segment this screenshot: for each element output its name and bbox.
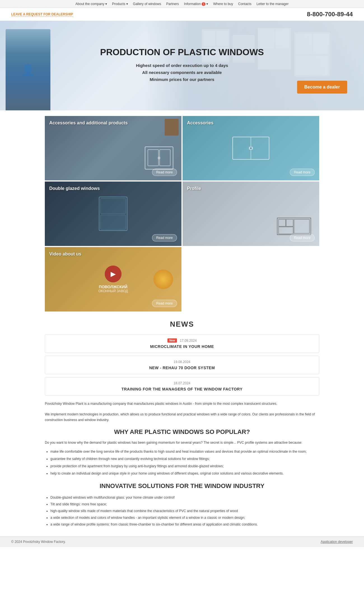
product-title-accessories-additional: Accessories and additional products [49, 120, 128, 125]
product-card-accessories[interactable]: Accessories Read more [183, 116, 319, 180]
hero-bullets: Highest speed of order execution up to 4… [136, 63, 228, 84]
site-header: LEAVE A REQUEST FOR DEALERSHIP 8-800-700… [0, 8, 364, 21]
read-more-profile[interactable]: Read more [290, 234, 315, 241]
why-section-title: WHY ARE PLASTIC WINDOWS SO POPULAR? [45, 428, 319, 436]
news-meta-3: 18.07.2024 [174, 381, 190, 385]
info-badge: 1 [202, 2, 206, 6]
hero-title: PRODUCTION OF PLASTIC WINDOWS [100, 47, 264, 57]
read-more-accessories[interactable]: Read more [290, 169, 315, 176]
footer-copyright: © 2024 Povolzhsky Window Factory. [11, 540, 66, 544]
read-more-video[interactable]: Read more [152, 300, 177, 307]
read-more-accessories-additional[interactable]: Read more [152, 169, 177, 176]
top-navigation: About the company ▾ Products ▾ Gallery o… [0, 0, 364, 8]
new-badge: New [167, 338, 177, 343]
nav-partners[interactable]: Partners [166, 2, 179, 6]
nav-contacts[interactable]: Contacts [238, 2, 251, 6]
news-title-2: NEW - REHAU 70 DOOR SYSTEM [149, 366, 215, 370]
news-title-1: MICROCLIMATE IN YOUR HOME [150, 344, 214, 349]
product-card-profile[interactable]: Profile Read more [183, 182, 319, 246]
svg-rect-26 [294, 219, 309, 233]
innovative-list: Double-glazed windows with multifunction… [45, 494, 319, 528]
innovative-item-2: Tilt and slide fittings: more free space… [50, 501, 319, 508]
hero-section: 👤 PRODUCTION OF PLASTIC WINDOWS Highest … [0, 21, 364, 110]
hero-bullet-1: Highest speed of order execution up to 4… [136, 63, 228, 68]
svg-rect-27 [279, 227, 293, 234]
svg-rect-2 [216, 31, 228, 46]
news-item-3[interactable]: 18.07.2024 TRAINING FOR THE MANAGERS OF … [45, 377, 319, 396]
product-card-video[interactable]: ▶ ПОВОЛЖСКИЙ ОКОННЫЙ ЗАВОД Video about u… [45, 247, 181, 312]
svg-rect-10 [312, 33, 329, 54]
svg-rect-6 [259, 29, 275, 49]
phone-number: 8-800-700-89-44 [307, 11, 353, 18]
video-play-icon: ▶ [105, 266, 122, 282]
hero-bullet-2: All necessary components are available [136, 70, 228, 75]
why-intro-text: Do you want to know why the demand for p… [45, 440, 319, 445]
news-date-1: 17.09.2024 [180, 339, 197, 343]
svg-rect-11 [295, 56, 329, 75]
about-text-1: Povolzhsky Window Plant is a manufacturi… [45, 401, 319, 406]
why-section: WHY ARE PLASTIC WINDOWS SO POPULAR? Do y… [45, 428, 319, 477]
news-section: NEWS New 17.09.2024 MICROCLIMATE IN YOUR… [0, 320, 364, 396]
news-item-1[interactable]: New 17.09.2024 MICROCLIMATE IN YOUR HOME [45, 334, 319, 353]
svg-rect-9 [295, 33, 312, 54]
news-list: New 17.09.2024 MICROCLIMATE IN YOUR HOME… [45, 334, 319, 396]
about-text-2: We implement modern technologies in prod… [45, 412, 319, 422]
why-item-2: guarantee the safety of children through… [50, 455, 319, 462]
grid-placeholder [183, 247, 319, 312]
product-grid-container: Accessories and additional products Read… [45, 116, 319, 312]
innovative-item-1: Double-glazed windows with multifunction… [50, 494, 319, 501]
svg-rect-24 [279, 219, 286, 226]
product-title-double-glazed: Double glazed windows [49, 186, 100, 191]
svg-rect-21 [101, 198, 126, 214]
nav-letter[interactable]: Letter to the manager [256, 2, 289, 6]
news-date-2: 19.08.2024 [174, 360, 190, 364]
svg-point-15 [158, 157, 160, 159]
site-footer: © 2024 Povolzhsky Window Factory. Applic… [0, 536, 364, 547]
about-text-section: Povolzhsky Window Plant is a manufacturi… [45, 401, 319, 423]
product-title-profile: Profile [187, 186, 201, 191]
news-meta-2: 19.08.2024 [174, 360, 190, 364]
chevron-down-icon: ▾ [126, 2, 128, 6]
news-item-2[interactable]: 19.08.2024 NEW - REHAU 70 DOOR SYSTEM [45, 356, 319, 374]
nav-gallery[interactable]: Gallery of windows [133, 2, 161, 6]
innovative-item-4: a wide selection of models and colors of… [50, 514, 319, 521]
product-title-video: Video about us [49, 252, 81, 257]
why-item-4: help to create an individual design and … [50, 470, 319, 477]
hero-person-image: 👤 [6, 29, 50, 110]
chevron-down-icon: ▾ [206, 2, 208, 6]
dealer-request-link[interactable]: LEAVE A REQUEST FOR DEALERSHIP [11, 12, 73, 17]
hero-bullet-3: Minimum prices for our partners [136, 77, 228, 82]
news-section-title: NEWS [0, 320, 364, 329]
chevron-down-icon: ▾ [105, 2, 107, 6]
svg-point-19 [250, 147, 252, 149]
read-more-double-glazed[interactable]: Read more [152, 234, 177, 241]
nav-where-to-buy[interactable]: Where to buy [213, 2, 233, 6]
nav-about[interactable]: About the company ▾ [75, 2, 107, 6]
svg-rect-13 [148, 150, 158, 166]
footer-developer-link[interactable]: Application developer [321, 540, 353, 544]
news-date-3: 18.07.2024 [174, 381, 190, 385]
why-list: make life comfortable over the long serv… [45, 448, 319, 477]
product-title-accessories: Accessories [187, 120, 213, 125]
svg-rect-25 [286, 219, 293, 226]
innovative-item-5: a wide range of window profile systems: … [50, 521, 319, 528]
innovative-item-3: high-quality window sills made of modern… [50, 508, 319, 514]
innovative-section-title: INNOVATIVE SOLUTIONS FOR THE WINDOW INDU… [45, 482, 319, 490]
nav-products[interactable]: Products ▾ [112, 2, 128, 6]
why-item-1: make life comfortable over the long serv… [50, 448, 319, 455]
svg-rect-1 [203, 31, 216, 46]
news-title-3: TRAINING FOR THE MANAGERS OF THE WINDOW … [122, 387, 243, 391]
product-card-double-glazed[interactable]: Double glazed windows Read more [45, 182, 181, 246]
why-item-3: provide protection of the apartment from… [50, 463, 319, 469]
innovative-section: INNOVATIVE SOLUTIONS FOR THE WINDOW INDU… [45, 482, 319, 528]
svg-rect-22 [101, 215, 126, 229]
become-dealer-button[interactable]: Become a dealer [297, 81, 347, 94]
product-card-accessories-additional[interactable]: Accessories and additional products Read… [45, 116, 181, 180]
news-meta-1: New 17.09.2024 [167, 338, 197, 343]
svg-rect-14 [160, 150, 170, 166]
svg-rect-7 [275, 29, 290, 49]
nav-information[interactable]: Information 1 ▾ [184, 2, 208, 6]
